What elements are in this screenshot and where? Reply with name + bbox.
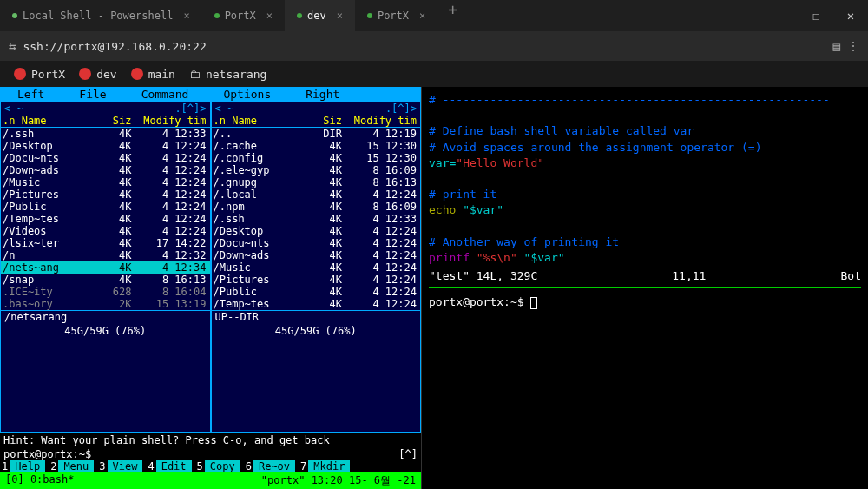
fn-key-6[interactable]: 6Re~ov <box>244 460 299 472</box>
app-tabs: Local Shell - Powershell× PortX× dev× Po… <box>0 0 764 31</box>
mc-menu-command[interactable]: Command <box>124 88 207 101</box>
address-bar: ⇆ ssh://portx@192.168.0.20:22 ▤ ⋮ <box>0 31 868 61</box>
window-controls: — ☐ ✕ <box>764 0 868 31</box>
file-row[interactable]: /.ssh4K4 12:33 <box>212 213 421 225</box>
maximize-button[interactable]: ☐ <box>799 0 833 31</box>
split-icon[interactable]: ▤ <box>833 39 840 53</box>
file-row[interactable]: /.local4K4 12:24 <box>212 188 421 201</box>
close-button[interactable]: ✕ <box>833 0 868 31</box>
content-area: Left File Command Options Right < ~.[^]>… <box>0 87 868 489</box>
ssh-icon: ⇆ <box>9 39 16 53</box>
tab-powershell[interactable]: Local Shell - Powershell× <box>0 0 202 31</box>
status-dot-icon <box>214 13 220 18</box>
mc-menu-left[interactable]: Left <box>0 88 62 101</box>
session-dev[interactable]: dev <box>79 68 116 81</box>
red-circle-icon <box>131 68 143 80</box>
mc-panel-left[interactable]: < ~.[^]> .n NameSizModify tim /.ssh4K4 1… <box>0 102 211 433</box>
mc-panels: < ~.[^]> .n NameSizModify tim /.ssh4K4 1… <box>0 102 421 433</box>
file-row[interactable]: /.ssh4K4 12:33 <box>1 128 210 140</box>
file-row[interactable]: /Pictures4K4 12:24 <box>212 274 421 286</box>
file-row[interactable]: /Public4K4 12:24 <box>1 201 210 213</box>
mc-fn-keys: 1Help2Menu3View4Edit5Copy6Re~ov7Mkdir <box>0 460 421 472</box>
file-row[interactable]: /.ele~gyp4K8 16:09 <box>212 164 421 176</box>
shell-prompt[interactable]: portx@portx:~$ <box>429 295 861 309</box>
address-text[interactable]: ssh://portx@192.168.0.20:22 <box>23 40 206 53</box>
close-icon[interactable]: × <box>266 10 273 22</box>
fn-key-7[interactable]: 7Mkdir <box>299 460 353 472</box>
file-row[interactable]: /Down~ads4K4 12:24 <box>1 164 210 176</box>
cursor-icon <box>530 297 537 309</box>
panel-stat: 45G/59G (76%) <box>1 323 210 339</box>
file-row[interactable]: /Pictures4K4 12:24 <box>1 188 210 201</box>
red-circle-icon <box>14 68 26 80</box>
titlebar: Local Shell - Powershell× PortX× dev× Po… <box>0 0 868 31</box>
session-main[interactable]: main <box>131 68 175 81</box>
fn-key-4[interactable]: 4Edit <box>146 460 194 472</box>
file-row[interactable]: /Desktop4K4 12:24 <box>212 225 421 237</box>
panel-footer: /netsarang <box>1 310 210 323</box>
pane-divider <box>429 287 861 288</box>
close-icon[interactable]: × <box>337 10 343 22</box>
file-row[interactable]: /.gnupg4K8 16:13 <box>212 176 421 188</box>
file-row[interactable]: /Videos4K4 12:24 <box>1 225 210 237</box>
status-dot-icon <box>367 13 372 18</box>
file-row[interactable]: /Music4K4 12:24 <box>1 176 210 188</box>
file-row[interactable]: /..DIR4 12:19 <box>212 128 421 140</box>
status-dot-icon <box>297 13 302 18</box>
file-row[interactable]: /nets~ang4K4 12:34 <box>1 261 210 274</box>
mc-pane: Left File Command Options Right < ~.[^]>… <box>0 87 421 489</box>
fn-key-2[interactable]: 2Menu <box>49 460 97 472</box>
panel-stat: 45G/59G (76%) <box>212 323 421 339</box>
file-row[interactable]: /.config4K15 12:30 <box>212 152 421 164</box>
file-row[interactable]: /.cache4K15 12:30 <box>212 140 421 152</box>
status-dot-icon <box>12 13 17 18</box>
file-row[interactable]: /Docu~nts4K4 12:24 <box>212 237 421 249</box>
fn-key-5[interactable]: 5Copy <box>195 460 244 472</box>
file-row[interactable]: /Docu~nts4K4 12:24 <box>1 152 210 164</box>
mc-hint: Hint: Want your plain shell? Press C-o, … <box>0 433 421 448</box>
session-tabs: PortX dev main 🗀netsarang <box>0 61 868 87</box>
file-row[interactable]: /Temp~tes4K4 12:24 <box>1 213 210 225</box>
file-row[interactable]: /snap4K8 16:13 <box>1 274 210 286</box>
file-row[interactable]: .ICE~ity6288 16:04 <box>1 286 210 298</box>
tab-portx-2[interactable]: PortX× <box>355 0 437 31</box>
minimize-button[interactable]: — <box>764 0 799 31</box>
session-netsarang[interactable]: 🗀netsarang <box>189 68 266 81</box>
mc-panel-right[interactable]: < ~.[^]> .n NameSizModify tim /..DIR4 12… <box>211 102 422 433</box>
mc-menu-file[interactable]: File <box>62 88 123 101</box>
file-row[interactable]: /Desktop4K4 12:24 <box>1 140 210 152</box>
fn-key-1[interactable]: 1Help <box>0 460 49 472</box>
file-row[interactable]: /lsix~ter4K17 14:22 <box>1 237 210 249</box>
file-row[interactable]: /Down~ads4K4 12:24 <box>212 249 421 261</box>
mc-menu[interactable]: Left File Command Options Right <box>0 87 421 102</box>
tab-dev[interactable]: dev× <box>285 0 355 31</box>
folder-icon: 🗀 <box>189 68 201 81</box>
mc-menu-options[interactable]: Options <box>206 88 288 101</box>
file-row[interactable]: .bas~ory2K15 13:19 <box>1 298 210 310</box>
panel-footer: UP--DIR <box>212 310 421 323</box>
red-circle-icon <box>79 68 91 80</box>
file-row[interactable]: /Music4K4 12:24 <box>212 261 421 274</box>
file-row[interactable]: /n4K4 12:32 <box>1 249 210 261</box>
file-row[interactable]: /Temp~tes4K4 12:24 <box>212 298 421 310</box>
fn-key-3[interactable]: 3View <box>97 460 146 472</box>
tab-portx-1[interactable]: PortX× <box>202 0 285 31</box>
mc-menu-right[interactable]: Right <box>288 88 357 101</box>
file-row[interactable]: /.npm4K8 16:09 <box>212 201 421 213</box>
mc-prompt[interactable]: portx@portx:~$[^] <box>0 448 421 460</box>
session-portx[interactable]: PortX <box>14 68 65 81</box>
add-tab-button[interactable]: + <box>437 0 468 31</box>
tmux-status: [0] 0:bash*"portx" 13:20 15- 6월 -21 <box>0 472 421 489</box>
vim-status: "test" 14L, 329C11,11Bot <box>429 269 861 282</box>
close-icon[interactable]: × <box>183 10 189 22</box>
editor-pane[interactable]: # --------------------------------------… <box>421 87 868 489</box>
menu-icon[interactable]: ⋮ <box>847 39 859 53</box>
file-row[interactable]: /Public4K4 12:24 <box>212 286 421 298</box>
close-icon[interactable]: × <box>419 10 425 22</box>
